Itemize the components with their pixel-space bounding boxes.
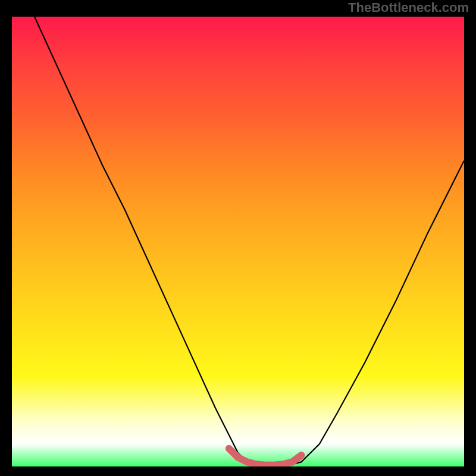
- watermark-text: TheBottleneck.com: [348, 0, 469, 15]
- curve-line: [35, 17, 464, 466]
- trough-marker-line: [229, 449, 302, 465]
- chart-svg: [12, 17, 464, 466]
- chart-plot-area: [12, 17, 464, 466]
